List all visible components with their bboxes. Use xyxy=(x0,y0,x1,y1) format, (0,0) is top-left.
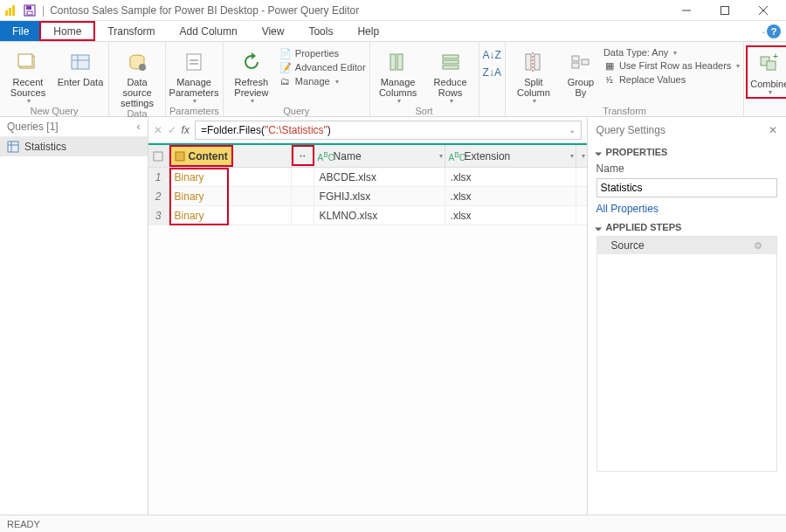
row-number: 3 xyxy=(148,206,169,225)
cell-content[interactable]: Binary xyxy=(169,206,292,225)
sort-asc-icon[interactable]: A↓Z xyxy=(483,49,501,61)
table-row[interactable]: 1BinaryABCDE.xlsx.xlsx xyxy=(148,168,587,187)
parameters-icon xyxy=(181,49,207,75)
first-row-headers-button[interactable]: ▦Use First Row as Headers▾ xyxy=(603,59,740,72)
expand-formula-icon[interactable]: ⌄ xyxy=(569,125,576,135)
menu-tools[interactable]: Tools xyxy=(296,21,345,41)
formula-bar[interactable]: = Folder.Files ("C:\Statistics") ⌄ xyxy=(195,121,582,140)
sort-desc-icon[interactable]: Z↓A xyxy=(483,66,501,79)
column-header-content[interactable]: Content xyxy=(169,145,292,167)
replace-values-button[interactable]: ¹⁄₂Replace Values xyxy=(603,73,740,86)
cell-content[interactable]: Binary xyxy=(169,168,292,186)
group-by-button[interactable]: Group By xyxy=(562,45,600,98)
column-header-more[interactable]: ▾ xyxy=(576,145,587,167)
menu-help[interactable]: Help xyxy=(345,21,391,41)
svg-point-16 xyxy=(139,64,146,71)
cancel-formula-icon[interactable]: ✕ xyxy=(154,124,162,136)
manage-columns-label: Manage Columns xyxy=(374,77,423,98)
table-corner-icon[interactable] xyxy=(148,145,169,167)
ribbon-collapse-icon[interactable]: ˆ xyxy=(762,31,765,39)
step-source[interactable]: Source ⚙ xyxy=(597,237,776,254)
queries-header: Queries [1] xyxy=(7,121,59,133)
svg-rect-19 xyxy=(190,63,198,65)
row-number: 2 xyxy=(148,187,169,205)
column-header-name[interactable]: ABC Name ▾ xyxy=(314,145,445,167)
help-icon[interactable]: ? xyxy=(767,24,781,38)
window-title: Contoso Sales Sample for Power BI Deskto… xyxy=(50,4,359,17)
data-type-button[interactable]: Data Type: Any▾ xyxy=(603,47,740,58)
svg-rect-5 xyxy=(27,11,32,15)
svg-rect-25 xyxy=(526,54,531,70)
manage-parameters-button[interactable]: Manage Parameters▾ xyxy=(169,45,218,106)
properties-section-title[interactable]: PROPERTIES xyxy=(596,147,777,157)
split-column-label: Split Column xyxy=(509,77,558,98)
combine-button[interactable]: + Combine▾ xyxy=(746,45,786,99)
minimize-button[interactable] xyxy=(667,0,706,21)
properties-button[interactable]: 📄Properties xyxy=(279,47,366,59)
group-by-icon xyxy=(568,49,594,75)
binary-type-icon xyxy=(175,151,185,162)
menu-file[interactable]: File xyxy=(0,21,41,41)
table-icon xyxy=(7,141,19,153)
split-icon xyxy=(521,49,547,75)
recent-sources-button[interactable]: Recent Sources▾ xyxy=(3,45,52,106)
svg-rect-34 xyxy=(8,142,18,152)
table-row[interactable]: 3BinaryKLMNO.xlsx.xlsx xyxy=(148,206,587,225)
svg-rect-22 xyxy=(443,55,458,59)
fx-icon[interactable]: fx xyxy=(182,124,190,136)
combine-icon: + xyxy=(756,51,783,77)
cell-name[interactable]: KLMNO.xlsx xyxy=(314,206,445,225)
split-column-button[interactable]: Split Column▾ xyxy=(509,45,558,106)
enter-data-button[interactable]: Enter Data xyxy=(56,45,105,87)
group-parameters-label: Parameters xyxy=(169,106,219,117)
filter-name-icon[interactable]: ▾ xyxy=(439,152,443,160)
commit-formula-icon[interactable]: ✓ xyxy=(168,124,176,136)
cell-extension[interactable]: .xlsx xyxy=(445,206,576,225)
svg-rect-32 xyxy=(767,61,776,70)
applied-steps-title[interactable]: APPLIED STEPS xyxy=(596,222,777,232)
query-settings-pane: Query Settings ✕ PROPERTIES Name All Pro… xyxy=(588,117,786,515)
table-row[interactable]: 2BinaryFGHIJ.xlsx.xlsx xyxy=(148,187,587,206)
status-text: READY xyxy=(7,519,40,529)
powerbi-logo-icon xyxy=(3,3,17,17)
cell-extension[interactable]: .xlsx xyxy=(445,187,576,205)
data-source-label: Data source settings xyxy=(113,77,162,108)
menu-transform[interactable]: Transform xyxy=(95,21,167,41)
refresh-preview-button[interactable]: Refresh Preview▾ xyxy=(227,45,276,106)
maximize-button[interactable] xyxy=(706,0,744,21)
cell-name[interactable]: ABCDE.xlsx xyxy=(314,168,445,186)
collapse-queries-icon[interactable]: ‹ xyxy=(137,121,141,133)
manage-button[interactable]: 🗂Manage▾ xyxy=(279,75,366,87)
manage-columns-button[interactable]: Manage Columns▾ xyxy=(374,45,423,106)
save-icon[interactable] xyxy=(17,3,42,17)
menu-add-column[interactable]: Add Column xyxy=(168,21,250,41)
menu-view[interactable]: View xyxy=(250,21,297,41)
status-bar: READY xyxy=(0,515,786,532)
text-type-icon: ABC xyxy=(449,150,461,162)
advanced-editor-icon: 📝 xyxy=(279,61,292,73)
column-header-extension[interactable]: ABC Extension ▾ xyxy=(445,145,576,167)
cell-extension[interactable]: .xlsx xyxy=(445,168,576,186)
expand-content-icon[interactable]: ↔ xyxy=(292,145,314,166)
svg-rect-37 xyxy=(154,152,162,161)
group-query-label: Query xyxy=(227,106,366,117)
cell-name[interactable]: FGHIJ.xlsx xyxy=(314,187,445,205)
svg-rect-7 xyxy=(721,6,729,14)
all-properties-link[interactable]: All Properties xyxy=(596,203,777,215)
query-item-statistics[interactable]: Statistics xyxy=(0,137,148,156)
reduce-rows-button[interactable]: Reduce Rows▾ xyxy=(426,45,475,106)
close-button[interactable] xyxy=(744,0,783,21)
data-source-settings-button[interactable]: Data source settings xyxy=(113,45,162,108)
menu-bar: File Home Transform Add Column View Tool… xyxy=(0,21,786,42)
close-settings-icon[interactable]: ✕ xyxy=(769,124,777,136)
headers-icon: ▦ xyxy=(603,59,616,72)
svg-rect-12 xyxy=(72,55,89,69)
cell-content[interactable]: Binary xyxy=(169,187,292,205)
menu-home[interactable]: Home xyxy=(39,21,95,41)
name-label: Name xyxy=(596,162,777,175)
filter-ext-icon[interactable]: ▾ xyxy=(570,152,574,160)
query-name-input[interactable] xyxy=(596,178,777,197)
cell-expand xyxy=(292,168,314,186)
advanced-editor-button[interactable]: 📝Advanced Editor xyxy=(279,61,366,73)
step-gear-icon[interactable]: ⚙ xyxy=(754,240,762,252)
